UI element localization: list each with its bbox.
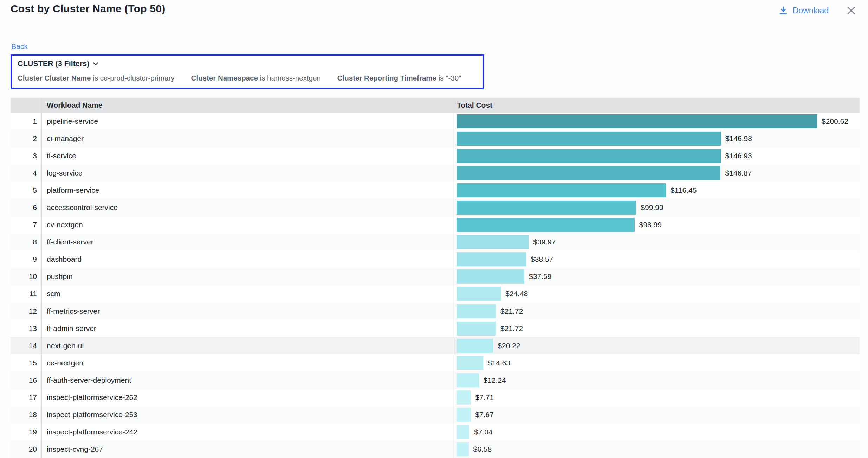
row-rank: 5 [11, 186, 41, 195]
cost-bar [457, 201, 636, 215]
table-row[interactable]: 1pipeline-service$200.62 [11, 113, 860, 130]
row-rank: 18 [11, 411, 41, 419]
chevron-down-icon [93, 62, 98, 66]
cost-value: $20.22 [498, 342, 520, 350]
row-rank: 3 [11, 152, 41, 160]
workload-name: pipeline-service [41, 117, 454, 126]
table-row[interactable]: 9dashboard$38.57 [11, 251, 860, 268]
total-cost-column-header: Total Cost [454, 101, 860, 109]
close-button[interactable] [846, 6, 856, 15]
workload-name: log-service [41, 169, 454, 177]
workload-name: inspect-platformservice-242 [41, 428, 454, 436]
row-rank: 13 [11, 324, 41, 333]
total-cost-cell: $98.99 [454, 218, 860, 232]
cost-bar [457, 149, 721, 163]
table-row[interactable]: 18inspect-platformservice-253$7.67 [11, 406, 860, 424]
header-actions: Download [778, 6, 856, 15]
cluster-filter-group: CLUSTER (3 Filters) Cluster Cluster Name… [11, 54, 484, 89]
row-rank: 15 [11, 359, 41, 367]
row-rank: 9 [11, 255, 41, 263]
table-row[interactable]: 12ff-metrics-server$21.72 [11, 303, 860, 320]
total-cost-cell: $146.93 [454, 149, 860, 163]
row-rank: 1 [11, 117, 41, 126]
cost-value: $37.59 [529, 272, 551, 281]
table-row[interactable]: 19inspect-platformservice-242$7.04 [11, 424, 860, 441]
table-row[interactable]: 2ci-manager$146.98 [11, 130, 860, 147]
total-cost-cell: $7.67 [454, 408, 860, 422]
cost-bar [457, 356, 483, 370]
table-row[interactable]: 3ti-service$146.93 [11, 147, 860, 164]
total-cost-cell: $99.90 [454, 201, 860, 215]
cost-bar [457, 218, 635, 232]
table-row[interactable]: 20inspect-cvng-267$6.58 [11, 441, 860, 458]
workload-name: inspect-platformservice-253 [41, 411, 454, 419]
cost-bar [457, 408, 471, 422]
table-row[interactable]: 10pushpin$37.59 [11, 268, 860, 285]
cost-value: $24.48 [505, 290, 528, 298]
cost-value: $146.87 [725, 169, 752, 177]
table-row[interactable]: 16ff-auth-server-deployment$12.24 [11, 371, 860, 389]
workload-name: cv-nextgen [41, 221, 454, 229]
total-cost-cell: $7.04 [454, 425, 860, 439]
cost-bar [457, 425, 469, 439]
table-row[interactable]: 5platform-service$116.45 [11, 182, 860, 199]
column-divider [454, 98, 454, 458]
cluster-filter-dropdown[interactable]: CLUSTER (3 Filters) [18, 59, 98, 68]
total-cost-cell: $200.62 [454, 114, 860, 128]
total-cost-cell: $21.72 [454, 304, 860, 318]
cost-bar [457, 114, 817, 128]
download-button[interactable]: Download [778, 6, 829, 15]
workload-name: scm [41, 290, 454, 298]
total-cost-cell: $14.63 [454, 356, 860, 370]
workload-name: next-gen-ui [41, 342, 454, 350]
table-row[interactable]: 14next-gen-ui$20.22 [11, 337, 860, 354]
row-rank: 12 [11, 307, 41, 316]
table-row[interactable]: 8ff-client-server$39.97 [11, 234, 860, 251]
row-rank: 6 [11, 203, 41, 212]
cost-bar [457, 339, 493, 353]
table-row[interactable]: 6accesscontrol-service$99.90 [11, 199, 860, 216]
total-cost-cell: $37.59 [454, 269, 860, 284]
cost-value: $7.67 [475, 411, 494, 419]
total-cost-cell: $6.58 [454, 442, 860, 456]
total-cost-cell: $24.48 [454, 287, 860, 301]
cost-value: $98.99 [639, 221, 662, 229]
filter-group-label: CLUSTER (3 Filters) [18, 59, 89, 68]
table-row[interactable]: 17inspect-platformservice-262$7.71 [11, 389, 860, 406]
page-title: Cost by Cluster Name (Top 50) [11, 3, 165, 15]
rank-column-header [11, 98, 41, 113]
workload-name-column-header: Workload Name [41, 101, 454, 109]
cost-bar [457, 252, 526, 266]
total-cost-cell: $7.71 [454, 390, 860, 405]
row-rank: 14 [11, 342, 41, 350]
workload-name: accesscontrol-service [41, 203, 454, 212]
cost-value: $7.71 [475, 393, 494, 402]
filter-condition: Cluster Namespace is harness-nextgen [191, 74, 321, 82]
filter-text: is ce-prod-cluster-primary [93, 74, 174, 82]
cost-bar [457, 183, 666, 197]
table-row[interactable]: 4log-service$146.87 [11, 164, 860, 182]
workload-name: ti-service [41, 152, 454, 160]
cost-bar [457, 269, 524, 284]
row-rank: 8 [11, 238, 41, 246]
cost-value: $21.72 [500, 307, 523, 316]
workload-name: ci-manager [41, 134, 454, 143]
row-rank: 19 [11, 428, 41, 436]
filter-text: is "-30" [439, 74, 461, 82]
back-link[interactable]: Back [11, 42, 28, 51]
table-row[interactable]: 15ce-nextgen$14.63 [11, 354, 860, 371]
filter-field: Cluster Reporting Timeframe [337, 74, 436, 82]
workload-name: inspect-cvng-267 [41, 445, 454, 453]
cost-value: $6.58 [473, 445, 492, 453]
filter-field: Cluster Namespace [191, 74, 258, 82]
total-cost-cell: $20.22 [454, 339, 860, 353]
filter-condition: Cluster Cluster Name is ce-prod-cluster-… [18, 74, 175, 82]
total-cost-cell: $21.72 [454, 322, 860, 336]
row-rank: 4 [11, 169, 41, 177]
table-row[interactable]: 11scm$24.48 [11, 285, 860, 303]
download-label: Download [793, 6, 829, 15]
table-row[interactable]: 13ff-admin-server$21.72 [11, 320, 860, 337]
row-rank: 17 [11, 393, 41, 402]
cost-value: $146.98 [725, 134, 752, 143]
table-row[interactable]: 7cv-nextgen$98.99 [11, 216, 860, 234]
